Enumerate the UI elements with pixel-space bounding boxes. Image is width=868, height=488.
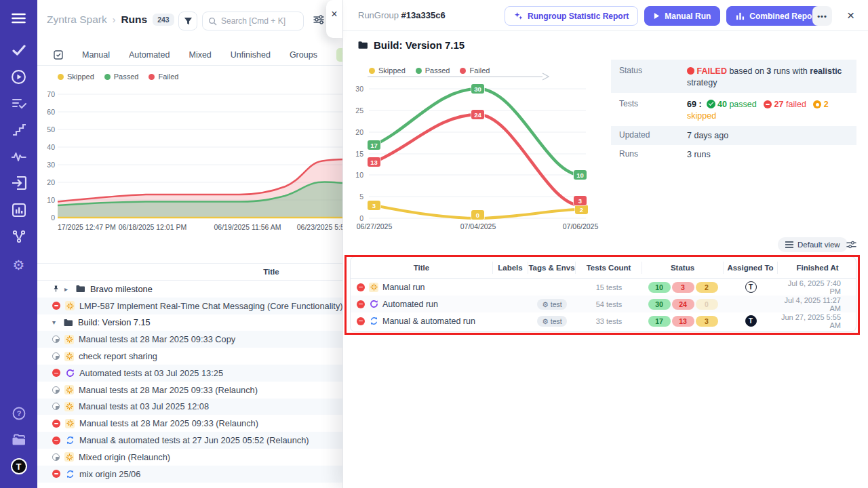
- skipped-pill: 3: [696, 316, 718, 327]
- help-icon[interactable]: ?: [0, 407, 37, 420]
- passed-pill: 30: [648, 299, 671, 310]
- tests-count: 15 tests: [576, 283, 642, 291]
- filter-button[interactable]: [178, 12, 197, 30]
- tab-manual[interactable]: Manual: [82, 50, 110, 60]
- info-row-runs: Runs 3 runs: [611, 145, 856, 164]
- updated-label: Updated: [611, 126, 687, 145]
- checklist-icon[interactable]: [0, 98, 37, 110]
- table-row[interactable]: Manual & automated run ⚙test 33 tests 17…: [351, 312, 856, 329]
- close-icon[interactable]: ×: [331, 8, 337, 38]
- col-status[interactable]: Status: [642, 262, 724, 274]
- table-row[interactable]: Manual run 15 tests 10 3 2 T Jul 6, 2025…: [351, 279, 856, 296]
- passed-value-badge: 10: [574, 170, 587, 180]
- skipped-pill: 0: [696, 299, 718, 310]
- tab-automated[interactable]: Automated: [129, 50, 170, 60]
- projects-folder-icon[interactable]: [0, 434, 37, 446]
- tab-groups[interactable]: Groups: [290, 50, 317, 60]
- combined-report-label: Combined Report: [749, 12, 818, 21]
- run-title: Manual run: [382, 283, 425, 292]
- automated-run-icon: [65, 368, 75, 378]
- failed-value-badge: 3: [574, 196, 587, 205]
- breadcrumb: Zyntra Spark › Runs 243: [47, 14, 174, 26]
- list-filters-icon[interactable]: [313, 15, 324, 24]
- import-icon[interactable]: [0, 176, 37, 190]
- bar-chart-icon[interactable]: [0, 203, 37, 217]
- run-title: Manual & automated run: [382, 317, 475, 326]
- tests-total: 69 :: [687, 100, 702, 109]
- assignee-avatar: T: [745, 281, 757, 293]
- run-title: mix origin 25/06: [79, 469, 140, 479]
- table-row[interactable]: Automated run ⚙test 54 tests 30 24 0 Jul…: [351, 296, 856, 312]
- page-title: Runs: [121, 14, 147, 26]
- run-title: Manual & automated tests at 27 Jun 2025 …: [79, 435, 309, 445]
- activity-icon[interactable]: [0, 152, 37, 161]
- col-labels[interactable]: Labels: [493, 262, 528, 274]
- finished-at: Jul 6, 2025 7:40 PM: [778, 279, 857, 296]
- passed-pill: 10: [648, 282, 671, 293]
- col-tests-count[interactable]: Tests Count: [576, 262, 642, 274]
- tab-mixed[interactable]: Mixed: [189, 50, 211, 60]
- status-value: FAILED based on 3 runs with realistic st…: [687, 60, 856, 93]
- status-failed-icon: [357, 283, 365, 291]
- check-icon[interactable]: [0, 45, 37, 56]
- more-actions-button[interactable]: •••: [812, 6, 832, 26]
- run-title: Automated run: [382, 300, 438, 309]
- manual-run-button[interactable]: Manual Run: [644, 6, 720, 26]
- info-row-updated: Updated 7 days ago: [611, 126, 856, 145]
- menu-icon[interactable]: [0, 13, 37, 24]
- finished-at: Jun 27, 2025 5:55 AM: [778, 313, 857, 329]
- ytick: 30: [344, 85, 363, 93]
- run-title: Manual tests at 03 Jul 2025 12:08: [79, 401, 209, 411]
- skipped-value-badge: 0: [471, 210, 484, 220]
- manual-run-icon: [64, 352, 74, 361]
- status-text: runs with: [774, 66, 808, 76]
- select-all-icon[interactable]: [54, 50, 63, 60]
- branch-icon[interactable]: [0, 230, 37, 243]
- rungroup-drawer: RunGroup #13a335c6 Rungroup Statistic Re…: [342, 0, 868, 488]
- settings-gear-icon[interactable]: ⚙: [0, 258, 37, 272]
- status-pills: 30 24 0: [642, 299, 724, 310]
- default-view-button[interactable]: Default view: [778, 237, 848, 252]
- status-label: Status: [611, 60, 687, 93]
- col-assigned-to[interactable]: Assigned To: [724, 262, 778, 274]
- drawer-header: RunGroup #13a335c6 Rungroup Statistic Re…: [343, 0, 868, 31]
- breadcrumb-project[interactable]: Zyntra Spark: [47, 14, 107, 26]
- play-circle-icon[interactable]: [0, 69, 37, 85]
- col-finished-at[interactable]: Finished At: [778, 262, 857, 274]
- status-failed-icon: [52, 420, 60, 428]
- status-in-progress-icon: [52, 403, 60, 410]
- area-chart-canvas: [37, 68, 356, 224]
- drawer-close-icon[interactable]: ×: [847, 8, 854, 23]
- mixed-run-icon: [369, 317, 378, 326]
- col-tags-envs[interactable]: Tags & Envs: [528, 262, 576, 274]
- run-title: Automated tests at 03 Jul 2025 13:25: [79, 368, 223, 378]
- assignee-avatar: T: [745, 315, 757, 327]
- col-title[interactable]: Title: [351, 262, 493, 274]
- failed-pill: 24: [672, 299, 694, 310]
- mixed-run-icon: [65, 436, 75, 445]
- user-avatar[interactable]: T: [0, 458, 37, 474]
- xtick: 07/06/2025: [553, 222, 608, 230]
- statistic-report-button[interactable]: Rungroup Statistic Report: [505, 6, 638, 26]
- gear-icon: ⚙: [542, 300, 548, 308]
- status-pills: 10 3 2: [642, 282, 724, 293]
- search-input[interactable]: [221, 16, 296, 26]
- skipped-pill: 2: [696, 282, 718, 293]
- passed-value-badge: 30: [471, 84, 484, 94]
- caret-down-icon[interactable]: ▾: [52, 319, 59, 326]
- manual-run-icon: [64, 335, 74, 344]
- table-settings-icon[interactable]: [846, 240, 856, 249]
- bar-chart-icon: [736, 12, 745, 20]
- status-in-progress-icon: [52, 336, 60, 343]
- tag-pill: ⚙test: [537, 299, 566, 310]
- manual-run-icon: [369, 283, 378, 292]
- steps-icon[interactable]: [0, 124, 37, 136]
- ytick: 0: [37, 214, 55, 222]
- folder-icon: [76, 285, 85, 293]
- finished-at: Jul 4, 2025 11:27 AM: [778, 296, 857, 312]
- rungroup-runs-table: Title Labels Tags & Envs Tests Count Sta…: [350, 256, 856, 332]
- caret-right-icon[interactable]: ▸: [64, 285, 71, 293]
- pin-icon: [52, 285, 60, 293]
- status-failed-icon: [357, 317, 365, 325]
- tab-unfinished[interactable]: Unfinished: [231, 50, 271, 60]
